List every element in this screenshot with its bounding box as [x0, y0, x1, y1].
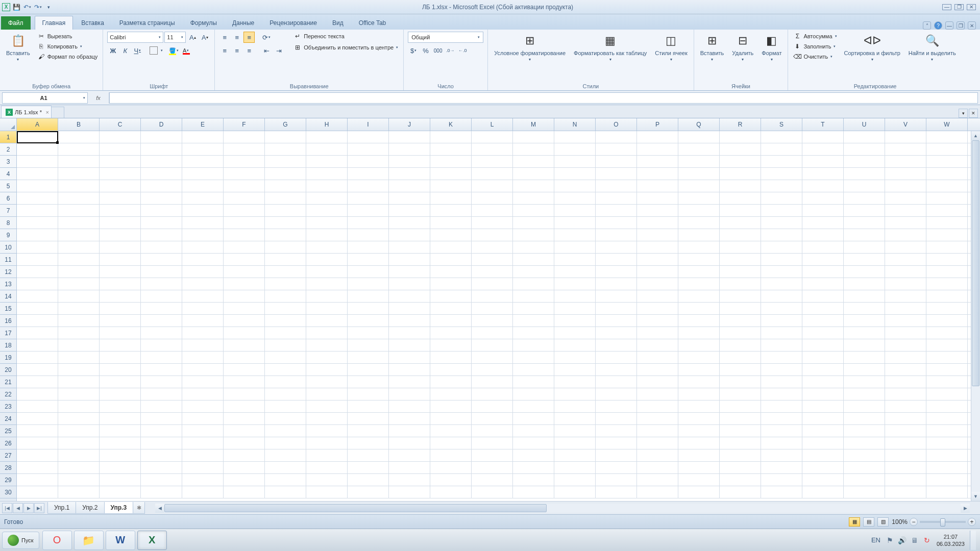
cell[interactable]: [265, 254, 306, 265]
cell[interactable]: [430, 143, 472, 155]
cell[interactable]: [802, 217, 844, 229]
col-header-G[interactable]: G: [265, 118, 306, 131]
cell[interactable]: [637, 266, 678, 278]
cell[interactable]: [802, 290, 844, 302]
cell[interactable]: [513, 217, 554, 229]
cell[interactable]: [306, 168, 348, 180]
cell-styles-button[interactable]: ◫Стили ячеек▾: [653, 32, 689, 63]
cell[interactable]: [720, 266, 761, 278]
cell[interactable]: [265, 388, 306, 400]
cell[interactable]: [389, 266, 430, 278]
italic-button[interactable]: К: [119, 45, 131, 56]
underline-button[interactable]: Ч▾: [132, 45, 143, 56]
restore-icon[interactable]: ❐: [954, 4, 964, 10]
cell[interactable]: [554, 486, 596, 498]
cell[interactable]: [885, 205, 926, 216]
cell[interactable]: [802, 131, 844, 143]
cell[interactable]: [926, 449, 968, 461]
col-header-S[interactable]: S: [761, 118, 802, 131]
cell[interactable]: [17, 315, 58, 327]
cell[interactable]: [885, 339, 926, 351]
sort-filter-button[interactable]: ᐊᐅСортировка и фильтр▾: [842, 32, 902, 63]
cell[interactable]: [513, 266, 554, 278]
cell[interactable]: [265, 474, 306, 486]
cell[interactable]: [224, 339, 265, 351]
cell[interactable]: [58, 462, 100, 473]
cell[interactable]: [389, 474, 430, 486]
cell[interactable]: [306, 449, 348, 461]
cell[interactable]: [885, 352, 926, 363]
cell[interactable]: [17, 437, 58, 449]
cell[interactable]: [637, 462, 678, 473]
cell[interactable]: [182, 143, 224, 155]
cell[interactable]: [802, 229, 844, 241]
cell[interactable]: [637, 303, 678, 314]
cell[interactable]: [58, 229, 100, 241]
cell[interactable]: [720, 388, 761, 400]
cell[interactable]: [678, 449, 720, 461]
cell[interactable]: [926, 278, 968, 290]
cell[interactable]: [224, 449, 265, 461]
cell[interactable]: [265, 180, 306, 192]
cell[interactable]: [885, 254, 926, 265]
cell[interactable]: [678, 413, 720, 424]
cell[interactable]: [389, 156, 430, 167]
cell[interactable]: [430, 376, 472, 388]
cell[interactable]: [513, 376, 554, 388]
cells-area[interactable]: [17, 131, 971, 501]
cell[interactable]: [430, 205, 472, 216]
cell[interactable]: [885, 449, 926, 461]
cell[interactable]: [141, 278, 182, 290]
decrease-decimal-button[interactable]: ←.0: [457, 45, 468, 56]
cell[interactable]: [885, 192, 926, 204]
cell[interactable]: [802, 486, 844, 498]
shrink-font-button[interactable]: A▾: [199, 32, 210, 43]
cell[interactable]: [306, 400, 348, 412]
zoom-slider[interactable]: [920, 521, 966, 523]
cell[interactable]: [141, 462, 182, 473]
cell[interactable]: [265, 131, 306, 143]
cell[interactable]: [513, 486, 554, 498]
col-header-A[interactable]: A: [17, 118, 58, 131]
orientation-button[interactable]: ⟳▾: [261, 32, 272, 43]
cell[interactable]: [720, 449, 761, 461]
cell[interactable]: [58, 143, 100, 155]
cell[interactable]: [637, 486, 678, 498]
cell[interactable]: [430, 290, 472, 302]
doc-restore-icon[interactable]: ❐: [957, 21, 965, 30]
cell[interactable]: [637, 217, 678, 229]
cell[interactable]: [306, 266, 348, 278]
cell[interactable]: [885, 462, 926, 473]
delete-cells-button[interactable]: ⊟Удалить▾: [730, 32, 755, 63]
cell[interactable]: [802, 413, 844, 424]
cell[interactable]: [885, 241, 926, 253]
cell[interactable]: [182, 486, 224, 498]
cell[interactable]: [720, 217, 761, 229]
cell[interactable]: [182, 303, 224, 314]
cell[interactable]: [720, 180, 761, 192]
align-right-button[interactable]: ≡: [243, 45, 255, 56]
normal-view-button[interactable]: ▦: [849, 517, 860, 527]
cell[interactable]: [100, 290, 141, 302]
cell[interactable]: [224, 462, 265, 473]
align-middle-button[interactable]: ≡: [231, 32, 242, 43]
doc-tab-active[interactable]: X ЛБ 1.xlsx * ×: [1, 106, 52, 118]
cell[interactable]: [554, 400, 596, 412]
cell[interactable]: [885, 266, 926, 278]
font-size-select[interactable]: 11▾: [164, 32, 186, 43]
cell[interactable]: [58, 266, 100, 278]
cell[interactable]: [554, 180, 596, 192]
cell[interactable]: [678, 474, 720, 486]
cell[interactable]: [182, 254, 224, 265]
first-sheet-icon[interactable]: |◀: [2, 503, 12, 513]
cell[interactable]: [596, 168, 637, 180]
cell[interactable]: [472, 229, 513, 241]
tab-close-icon[interactable]: ✕: [969, 109, 978, 118]
cell[interactable]: [926, 474, 968, 486]
cell[interactable]: [389, 449, 430, 461]
cell[interactable]: [265, 486, 306, 498]
cell[interactable]: [389, 364, 430, 375]
cell[interactable]: [554, 168, 596, 180]
cell[interactable]: [720, 339, 761, 351]
cell[interactable]: [100, 400, 141, 412]
